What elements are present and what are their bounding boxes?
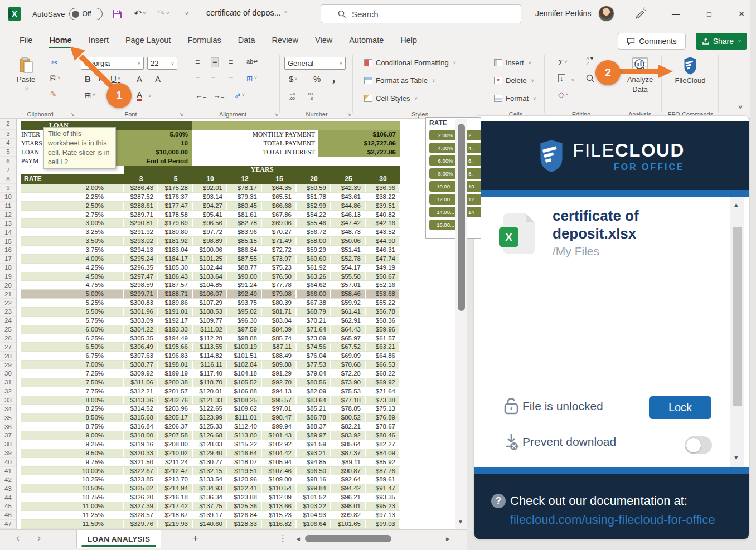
payment-cell[interactable]: $195.66 — [158, 343, 193, 351]
payment-cell[interactable]: $82.27 — [366, 440, 400, 449]
row-number[interactable]: 29 — [0, 361, 16, 369]
add-sheet-icon[interactable]: + — [192, 532, 198, 544]
payment-cell[interactable]: $75.23 — [262, 264, 297, 272]
row-number[interactable]: 3 — [0, 130, 16, 139]
table-row[interactable]: 10.75%$326.20$216.18$136.34$123.88$112.0… — [21, 493, 400, 502]
payment-cell[interactable]: $69.09 — [331, 352, 366, 360]
table-row[interactable]: 11.00%$327.39$217.42$137.75$125.36$113.6… — [21, 502, 400, 511]
payment-cell[interactable]: $50.06 — [331, 237, 366, 245]
payment-cell[interactable]: $78.17 — [227, 184, 262, 192]
payment-cell[interactable]: $69.92 — [366, 378, 400, 387]
pen-sparkle-icon[interactable] — [634, 7, 647, 22]
vertical-scrollbar[interactable]: ▼ — [455, 119, 467, 529]
row-number[interactable]: 18 — [0, 264, 16, 272]
column-header[interactable]: 20 — [297, 174, 331, 184]
alignment-dialog-launcher[interactable]: ↘ — [274, 111, 278, 117]
number-format-combobox[interactable]: General˅ — [284, 57, 346, 70]
payment-cell[interactable]: $58.00 — [297, 237, 331, 245]
payment-cell[interactable]: $189.86 — [158, 299, 193, 307]
payment-cell[interactable]: $287.52 — [124, 193, 158, 201]
payment-cell[interactable]: $314.52 — [124, 405, 158, 413]
table-row[interactable]: 9.25%$319.16$208.80$128.03$115.22$102.92… — [21, 440, 400, 449]
table-row[interactable]: 10.50%$325.02$214.94$134.93$122.41$110.5… — [21, 484, 400, 493]
rate-cell[interactable]: 10.00% — [21, 467, 124, 475]
payment-cell[interactable]: $201.57 — [158, 387, 193, 396]
payment-cell[interactable]: $91.29 — [262, 369, 297, 378]
payment-cell[interactable]: $111.02 — [193, 325, 227, 334]
payment-cell[interactable]: $100.06 — [193, 246, 227, 254]
payment-cell[interactable]: $83.04 — [262, 317, 297, 325]
collapse-ribbon-icon[interactable]: ˅ — [738, 103, 743, 111]
payment-cell[interactable]: $71.64 — [366, 387, 400, 396]
payment-cell[interactable]: $298.59 — [124, 281, 158, 289]
payment-cell[interactable]: $99.82 — [331, 511, 366, 519]
search-input[interactable]: Search — [321, 4, 521, 23]
format-painter-icon[interactable]: ✎ — [50, 90, 57, 99]
payment-cell[interactable]: $125.36 — [227, 502, 262, 510]
table-row[interactable]: 8.75%$316.84$206.37$125.33$112.40$99.94$… — [21, 422, 400, 431]
table-row[interactable]: 8.50%$315.68$205.17$123.99$111.01$98.47$… — [21, 413, 400, 422]
table-row[interactable]: 5.00%$299.71$188.71$106.07$92.49$79.08$6… — [21, 290, 400, 299]
maximize-button[interactable]: □ — [700, 7, 718, 21]
payment-cell[interactable]: $64.62 — [297, 281, 331, 289]
prevent-download-toggle[interactable] — [685, 436, 712, 454]
payment-cell[interactable]: $54.17 — [331, 264, 366, 272]
payment-cell[interactable]: $63.26 — [297, 272, 331, 281]
row-number[interactable]: 42 — [0, 475, 16, 484]
payment-cell[interactable]: $219.93 — [158, 520, 193, 528]
payment-cell[interactable]: $97.13 — [366, 511, 400, 519]
scroll-left-icon[interactable]: ◀ — [296, 536, 300, 542]
row-number[interactable]: 36 — [0, 422, 16, 431]
table-row[interactable]: 3.50%$293.02$181.92$98.89$85.15$71.49$58… — [21, 237, 400, 246]
payment-cell[interactable]: $113.55 — [193, 343, 227, 351]
payment-cell[interactable]: $47.74 — [366, 255, 400, 263]
payment-cell[interactable]: $109.62 — [227, 405, 262, 413]
payment-cell[interactable]: $51.78 — [297, 193, 331, 201]
payment-cell[interactable]: $295.24 — [124, 255, 158, 263]
payment-cell[interactable]: $297.47 — [124, 272, 158, 281]
rate-cell[interactable]: 5.50% — [21, 308, 124, 316]
payment-cell[interactable]: $89.11 — [331, 458, 366, 466]
row-number[interactable]: 43 — [0, 484, 16, 493]
rate-cell[interactable]: 9.25% — [21, 440, 124, 449]
column-header[interactable]: 10 — [193, 174, 227, 184]
payment-cell[interactable]: $106.88 — [227, 387, 262, 396]
table-row[interactable]: 4.75%$298.59$187.57$104.85$91.24$77.78$6… — [21, 281, 400, 290]
payment-cell[interactable]: $109.77 — [193, 317, 227, 325]
payment-cell[interactable]: $92.01 — [193, 184, 227, 192]
payment-cell[interactable]: $103.64 — [193, 272, 227, 281]
format-cells-button[interactable]: Format˅ — [494, 94, 536, 103]
payment-cell[interactable]: $77.53 — [297, 361, 331, 369]
rate-cell[interactable]: 10.25% — [21, 475, 124, 484]
payment-cell[interactable]: $318.00 — [124, 431, 158, 440]
payment-cell[interactable]: $93.35 — [366, 493, 400, 502]
payment-cell[interactable]: $139.17 — [193, 511, 227, 519]
payment-cell[interactable]: $68.22 — [366, 369, 400, 378]
payment-cell[interactable]: $101.65 — [331, 520, 366, 528]
payment-cell[interactable]: $210.02 — [158, 449, 193, 457]
payment-cell[interactable]: $51.41 — [331, 246, 366, 254]
payment-cell[interactable]: $96.56 — [193, 219, 227, 227]
payment-cell[interactable]: $98.47 — [262, 413, 297, 422]
payment-cell[interactable]: $95.57 — [262, 396, 297, 405]
payment-cell[interactable]: $134.93 — [193, 484, 227, 493]
payment-cell[interactable]: $293.02 — [124, 237, 158, 245]
payment-cell[interactable]: $217.42 — [158, 502, 193, 510]
rate-cell[interactable]: 3.00% — [21, 219, 124, 227]
payment-cell[interactable]: $91.47 — [366, 484, 400, 493]
payment-cell[interactable]: $64.43 — [331, 325, 366, 334]
scroll-down-icon[interactable]: ▼ — [458, 519, 463, 525]
payment-cell[interactable]: $53.68 — [366, 290, 400, 298]
payment-cell[interactable]: $120.01 — [193, 387, 227, 396]
rate-cell[interactable]: 4.75% — [21, 281, 124, 289]
table-row[interactable]: 7.00%$308.77$198.01$116.11$102.84$89.88$… — [21, 361, 400, 369]
column-header[interactable]: 5 — [158, 174, 193, 184]
payment-cell[interactable]: $70.27 — [262, 228, 297, 236]
table-row[interactable]: 3.00%$290.81$179.69$96.56$82.78$69.06$55… — [21, 219, 400, 228]
row-number[interactable]: 28 — [0, 352, 16, 361]
payment-cell[interactable]: $181.92 — [158, 237, 193, 245]
payment-cell[interactable]: $76.89 — [366, 413, 400, 422]
tab-review[interactable]: Review — [263, 31, 307, 51]
payment-cell[interactable]: $79.04 — [297, 369, 331, 378]
payment-cell[interactable]: $178.58 — [158, 211, 193, 219]
